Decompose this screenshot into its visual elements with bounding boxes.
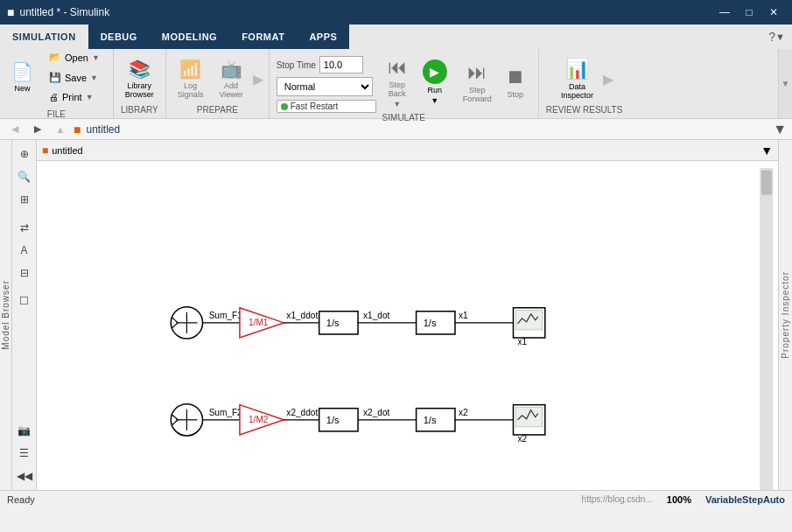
stop-time-input[interactable] <box>319 56 363 74</box>
gain1-label: 1/M1 <box>249 318 269 327</box>
list-button[interactable]: ☰ <box>14 443 35 464</box>
watermark-url: https://blog.csdn... <box>582 494 653 504</box>
toolbar-options-button[interactable]: ▼ <box>775 32 785 42</box>
menu-tab-apps[interactable]: APPS <box>297 24 349 49</box>
model-name: untitled <box>52 145 82 156</box>
route-button[interactable]: ⇄ <box>14 217 35 238</box>
simulation-mode-select[interactable]: Normal Accelerator Rapid Accelerator <box>277 77 373 96</box>
step-back-button[interactable]: ⏮ Step Back ▼ <box>382 52 413 112</box>
title-left: ■ untitled * - Simulink <box>7 5 109 19</box>
add-viewer-button[interactable]: 📺 Add Viewer <box>213 55 249 102</box>
scrollbar-thumb[interactable] <box>761 170 772 194</box>
zoom-level: 100% <box>667 494 691 505</box>
label-x1ddot: x1_ddot <box>286 311 318 320</box>
simulate-section-label: SIMULATE <box>277 113 531 122</box>
label-x1dot: x1_dot <box>363 311 389 320</box>
integrator2-block-2[interactable]: 1/s <box>417 409 455 431</box>
app-icon: ■ <box>7 5 14 19</box>
new-button[interactable]: 📄 New <box>5 55 39 99</box>
maximize-button[interactable]: □ <box>738 4 760 21</box>
integrator2-block-1[interactable]: 1/s <box>417 312 455 334</box>
fit-view-button[interactable]: ⊕ <box>14 144 35 164</box>
sum-block-2[interactable] <box>171 404 202 436</box>
scope2-label: x2 <box>518 434 528 444</box>
model-browser-panel: Model Browser <box>0 140 12 490</box>
svg-rect-9 <box>516 311 543 330</box>
scope-block-2[interactable]: x2 <box>514 405 545 444</box>
gain-block-2[interactable]: 1/M2 <box>240 405 284 435</box>
solver-type: VariableStepAuto <box>705 494 785 505</box>
open-button[interactable]: 📂Open▼ <box>41 48 108 66</box>
prepare-more-button[interactable]: ▶ <box>253 71 263 88</box>
data-inspector-button[interactable]: 📊 Data Inspector <box>555 54 599 103</box>
toolbar-scroll: ▼ <box>778 49 792 118</box>
collapse-sidebar-button[interactable]: ◀◀ <box>14 466 35 486</box>
menu-tab-debug[interactable]: DEBUG <box>88 24 150 49</box>
file-section: 📄 New 📂Open▼ 💾Save▼ 🖨Print▼ FILE <box>0 49 114 118</box>
model-icon: ■ <box>42 144 48 157</box>
review-section-label: REVIEW RESULTS <box>546 105 623 115</box>
integrator1-block-1[interactable]: 1/s <box>319 312 358 334</box>
status-bar: Ready https://blog.csdn... 100% Variable… <box>0 490 792 508</box>
label-sum2: Sum_F2 <box>209 408 242 417</box>
back-button[interactable]: ◀ <box>5 122 25 137</box>
help-button[interactable]: ? <box>768 30 775 44</box>
left-sidebar: ⊕ 🔍 ⊞ ⇄ A ⊟ ☐ 📷 ☰ ◀◀ <box>12 140 37 490</box>
status-right: https://blog.csdn... 100% VariableStepAu… <box>582 494 785 505</box>
menu-bar: SIMULATION DEBUG MODELING FORMAT APPS ? … <box>0 24 792 49</box>
vertical-scrollbar[interactable] <box>760 168 773 490</box>
fast-restart-indicator <box>281 103 288 110</box>
int1-r2-label: 1/s <box>326 415 340 425</box>
integrator1-block-2[interactable]: 1/s <box>319 409 358 431</box>
title-controls: — □ ✕ <box>713 4 785 21</box>
scope-block-1[interactable]: x1 <box>514 308 545 346</box>
menu-tab-modeling[interactable]: MODELING <box>150 24 229 49</box>
label-x2ddot: x2_ddot <box>286 408 318 417</box>
breadcrumb-expand-button[interactable]: ▼ <box>773 122 787 137</box>
simulation-diagram: Sum_F1 1/M1 x1_ddot 1/s x1_dot 1/s <box>37 161 778 490</box>
breadcrumb-model-icon: ■ <box>74 122 81 136</box>
save-button[interactable]: 💾Save▼ <box>41 68 108 87</box>
model-expand-button[interactable]: ▼ <box>760 144 773 158</box>
up-button[interactable]: ▲ <box>51 122 70 137</box>
property-inspector-panel: Property Inspector <box>778 140 792 490</box>
int2-r2-label: 1/s <box>424 415 437 425</box>
stop-time-label: Stop Time <box>277 60 316 70</box>
forward-button[interactable]: ▶ <box>28 122 47 137</box>
log-signals-button[interactable]: 📶 Log Signals <box>172 55 210 102</box>
status-text: Ready <box>7 494 35 505</box>
canvas-area: ■ untitled ▼ Sum_F1 1/M1 <box>37 140 778 490</box>
step-forward-button[interactable]: ⏭ Step Forward <box>457 58 498 107</box>
sum-block-1[interactable] <box>171 307 202 339</box>
title-bar: ■ untitled * - Simulink — □ ✕ <box>0 0 792 24</box>
library-browser-button[interactable]: 📚 Library Browser <box>119 55 160 102</box>
print-button[interactable]: 🖨Print▼ <box>41 88 108 106</box>
gain-block-1[interactable]: 1/M1 <box>240 308 284 338</box>
label-x1: x1 <box>459 311 468 320</box>
int2-r1-label: 1/s <box>424 318 437 328</box>
prepare-section: 📶 Log Signals 📺 Add Viewer ▶ PREPARE <box>166 49 270 118</box>
model-title-left: ■ untitled <box>42 144 83 157</box>
label-x2: x2 <box>459 408 468 417</box>
library-section-label: LIBRARY <box>119 105 160 115</box>
library-section: 📚 Library Browser LIBRARY <box>114 49 166 118</box>
run-button[interactable]: ▶ Run ▼ <box>415 55 455 109</box>
stop-button[interactable]: ⏹ Stop <box>500 62 531 102</box>
fast-restart-badge[interactable]: Fast Restart <box>277 100 376 113</box>
file-section-label: FILE <box>5 109 108 119</box>
gain2-label: 1/M2 <box>249 415 269 424</box>
prepare-section-label: PREPARE <box>172 105 263 115</box>
breadcrumb-path[interactable]: untitled <box>86 123 120 136</box>
text-button[interactable]: A <box>14 240 35 261</box>
menu-tab-format[interactable]: FORMAT <box>229 24 297 49</box>
annotation-button[interactable]: ⊟ <box>14 262 35 284</box>
zoom-in-button[interactable]: 🔍 <box>14 166 35 187</box>
close-button[interactable]: ✕ <box>762 4 785 21</box>
screenshot-button[interactable]: 📷 <box>14 420 35 441</box>
selector-button[interactable]: ☐ <box>14 290 35 312</box>
zoom-selection-button[interactable]: ⊞ <box>14 189 35 210</box>
main-area: Model Browser ⊕ 🔍 ⊞ ⇄ A ⊟ ☐ 📷 ☰ ◀◀ ■ unt… <box>0 140 792 490</box>
review-more-button[interactable]: ▶ <box>603 71 613 88</box>
minimize-button[interactable]: — <box>713 4 736 21</box>
menu-tab-simulation[interactable]: SIMULATION <box>0 24 88 49</box>
